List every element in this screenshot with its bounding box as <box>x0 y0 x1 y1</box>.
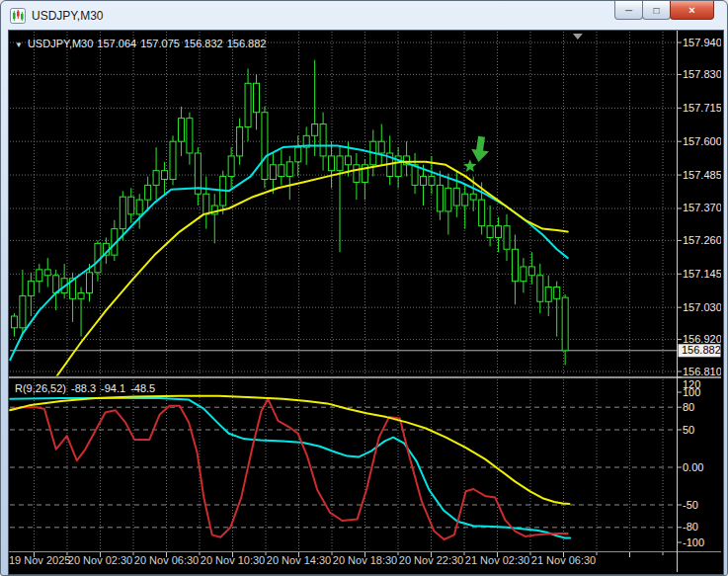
candle-body <box>279 165 284 177</box>
candle-body <box>170 141 176 179</box>
candle-body <box>20 295 26 327</box>
candle-body <box>562 297 568 351</box>
indicator-scale-label: 0.00 <box>683 461 703 473</box>
close-button[interactable]: × <box>670 1 714 20</box>
candle-body <box>545 288 551 302</box>
close-icon: × <box>688 4 694 16</box>
candle-body <box>245 83 251 126</box>
time-axis-label: 19 Nov 2025 <box>9 554 70 566</box>
price-axis: 157.940157.830157.715157.600157.485157.3… <box>678 37 721 377</box>
chart-client-area: 157.940157.830157.715157.600157.485157.3… <box>8 30 724 575</box>
price-tick-label: 157.715 <box>683 102 721 114</box>
candle-body <box>128 197 134 214</box>
price-tick-label: 156.810 <box>683 366 721 377</box>
candle-body <box>11 316 17 328</box>
candle-body <box>421 177 427 186</box>
chart-shift-marker <box>573 34 583 40</box>
time-axis-label: 20 Nov 10:30 <box>201 554 265 566</box>
high-value: 157.075 <box>140 38 180 49</box>
candle-body <box>470 194 476 200</box>
title-bar[interactable]: USDJPY,M30 ─ □ × <box>1 1 727 30</box>
price-tick-label: 157.600 <box>683 135 721 147</box>
candle-body <box>437 185 443 211</box>
candle-body <box>504 226 510 250</box>
candle-body <box>120 197 125 228</box>
window-icon chart-icon <box>10 8 26 24</box>
symbol-label: USDJPY,M30 <box>28 38 93 49</box>
chart-header: ▼USDJPY,M30157.064157.075156.832156.882 <box>15 38 270 49</box>
time-axis-label: 20 Nov 02:30 <box>68 554 132 566</box>
time-axis-label: 21 Nov 02:30 <box>465 554 529 566</box>
price-tick-label: 156.920 <box>683 333 721 345</box>
candle-body <box>337 156 343 171</box>
candle-body <box>254 83 260 112</box>
minimize-icon: ─ <box>625 5 632 16</box>
low-value: 156.832 <box>184 38 223 49</box>
candle-body <box>496 226 502 238</box>
indicator-scale-label: 100 <box>683 386 700 398</box>
candle-body <box>153 171 159 186</box>
indicator-yellow-line <box>10 396 569 504</box>
indicator-axis: 12010080500.00-50-80-100 <box>678 377 704 548</box>
indicator-scale-label: -100 <box>683 536 704 548</box>
candle-body <box>295 147 301 162</box>
candle-body <box>429 177 435 186</box>
symbol-menu-icon chevron-down-icon[interactable]: ▼ <box>15 41 23 49</box>
candle-body <box>512 249 518 281</box>
candle-body <box>354 165 360 183</box>
price-tag: 156.882 <box>679 344 721 357</box>
candle-body <box>537 276 543 302</box>
time-axis-label: 20 Nov 18:30 <box>333 554 397 566</box>
chart-canvas[interactable]: 157.940157.830157.715157.600157.485157.3… <box>9 31 721 572</box>
indicator-scale-label: 50 <box>683 424 694 436</box>
candle-body <box>453 188 459 206</box>
candlesticks <box>11 60 568 366</box>
price-tick-label: 157.940 <box>683 37 721 48</box>
candle-body <box>445 188 451 211</box>
indicator-red-line <box>10 399 568 539</box>
star-annotation <box>463 159 476 172</box>
candle-body <box>44 270 50 276</box>
candle-body <box>162 171 168 180</box>
indicator-name: R(9,26,52) <box>15 382 66 394</box>
candle-body <box>178 119 184 142</box>
time-axis-label: 20 Nov 22:30 <box>399 554 463 566</box>
candle-body <box>187 119 193 153</box>
candle-body <box>203 194 209 214</box>
candle-body <box>262 113 268 180</box>
close-value: 156.882 <box>227 38 267 49</box>
window-controls: ─ □ × <box>615 1 714 20</box>
indicator-scale-label: -50 <box>683 499 698 511</box>
price-tick-label: 157.370 <box>683 202 721 213</box>
indicator-value-1: -88.3 <box>71 382 96 394</box>
price-tick-label: 157.260 <box>683 234 721 246</box>
restore-button[interactable]: □ <box>642 1 671 20</box>
time-axis-label: 20 Nov 06:30 <box>134 554 199 566</box>
restore-icon: □ <box>653 5 659 16</box>
candle-body <box>312 124 318 136</box>
candle-body <box>286 162 292 177</box>
indicator-cyan-line <box>10 398 570 537</box>
price-tick-label: 157.485 <box>683 169 721 181</box>
candle-body <box>145 185 151 200</box>
open-value: 157.064 <box>97 38 136 49</box>
sell-arrow-annotation <box>470 135 491 163</box>
candle-body <box>521 267 526 282</box>
candle-body <box>554 288 560 299</box>
minimize-button[interactable]: ─ <box>614 1 643 20</box>
indicator-header: R(9,26,52)-88.3-94.1-48.5 <box>15 382 160 394</box>
candle-body <box>345 156 351 165</box>
time-axis-label: 20 Nov 14:30 <box>267 554 331 566</box>
current-price-label: 156.882 <box>682 344 721 356</box>
candle-body <box>378 141 384 153</box>
grid <box>10 32 677 551</box>
ma-fast-line <box>10 146 568 361</box>
candle-body <box>270 165 276 180</box>
candle-body <box>487 226 493 238</box>
terminal-window: USDJPY,M30 ─ □ × 157.940157.830157.71515… <box>0 0 728 576</box>
time-axis-label: 21 Nov 06:30 <box>531 554 596 566</box>
price-tick-label: 157.830 <box>683 68 721 80</box>
candle-body <box>479 200 485 226</box>
indicator-scale-label: 80 <box>683 401 694 413</box>
indicator-value-2: -94.1 <box>101 382 125 394</box>
